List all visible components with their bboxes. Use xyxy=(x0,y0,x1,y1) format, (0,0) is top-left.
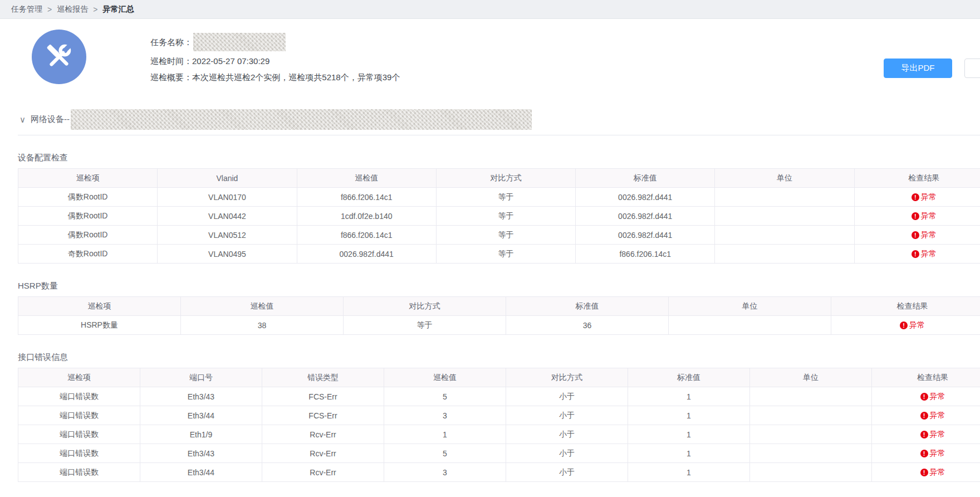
abnormal-label: 异常 xyxy=(921,230,937,240)
table-header-row: 巡检项巡检值对比方式标准值单位检查结果 xyxy=(18,297,980,316)
breadcrumb-item-inspection-report[interactable]: 巡检报告 xyxy=(57,4,88,14)
task-info: 任务名称： 巡检时间： 2022-05-27 07:30:29 巡检概要： 本次… xyxy=(150,19,980,84)
exclamation-icon: ! xyxy=(900,321,908,329)
device-name-redacted-value xyxy=(71,109,532,130)
table-row: 偶数RootIDVLAN04421cdf.0f2e.b140等于0026.982… xyxy=(18,207,980,226)
table-cell: 小于 xyxy=(506,444,628,463)
breadcrumb-item-task-management[interactable]: 任务管理 xyxy=(11,4,42,14)
table-cell: 端口错误数 xyxy=(18,387,140,406)
column-header: 巡检值 xyxy=(384,368,506,387)
table-cell xyxy=(750,387,872,406)
table-cell xyxy=(715,207,854,226)
column-header: Vlanid xyxy=(158,169,297,188)
table-cell: 1 xyxy=(628,444,750,463)
table-cell: f866.f206.14c1 xyxy=(297,188,436,207)
table-cell: 5 xyxy=(384,387,506,406)
column-header: 巡检值 xyxy=(181,297,344,316)
table-cell: f866.f206.14c1 xyxy=(576,245,715,264)
abnormal-label: 异常 xyxy=(921,211,937,221)
chevron-down-icon[interactable]: ∨ xyxy=(19,115,26,125)
abnormal-label: 异常 xyxy=(930,392,945,402)
report-table-section: HSRP数量巡检项巡检值对比方式标准值单位检查结果HSRP数量38等于36!异常 xyxy=(18,281,980,335)
check-result-cell: !异常 xyxy=(872,387,980,406)
export-pdf-button[interactable]: 导出PDF xyxy=(884,59,952,78)
column-header: 单位 xyxy=(750,368,872,387)
table-title: HSRP数量 xyxy=(18,281,980,291)
table-title: 接口错误信息 xyxy=(18,352,980,363)
table-header-row: 巡检项Vlanid巡检值对比方式标准值单位检查结果 xyxy=(18,169,980,188)
column-header: 错误类型 xyxy=(262,368,384,387)
check-result-cell: !异常 xyxy=(872,425,980,444)
table-cell: 38 xyxy=(181,316,344,335)
column-header: 对比方式 xyxy=(436,169,575,188)
table-cell: 奇数RootID xyxy=(18,245,158,264)
table-cell: 等于 xyxy=(344,316,506,335)
column-header: 对比方式 xyxy=(506,368,628,387)
table-cell: 0026.982f.d441 xyxy=(576,207,715,226)
column-header: 对比方式 xyxy=(344,297,506,316)
table-wrapper: 巡检项巡检值对比方式标准值单位检查结果HSRP数量38等于36!异常 xyxy=(18,296,980,335)
status-badge: !异常 xyxy=(912,192,937,202)
column-header: 巡检值 xyxy=(297,169,436,188)
table-cell: Rcv-Err xyxy=(262,425,384,444)
status-badge: !异常 xyxy=(912,211,937,221)
table-cell xyxy=(715,226,854,245)
tables-container: 设备配置检查巡检项Vlanid巡检值对比方式标准值单位检查结果偶数RootIDV… xyxy=(18,153,980,482)
exclamation-icon: ! xyxy=(920,431,928,438)
table-cell xyxy=(715,245,854,264)
exclamation-icon: ! xyxy=(912,193,919,201)
data-table: 巡检项Vlanid巡检值对比方式标准值单位检查结果偶数RootIDVLAN017… xyxy=(18,168,980,264)
table-cell: VLAN0170 xyxy=(158,188,297,207)
exclamation-icon: ! xyxy=(912,250,919,258)
table-cell: FCS-Err xyxy=(262,406,384,425)
table-title: 设备配置检查 xyxy=(18,153,980,163)
abnormal-label: 异常 xyxy=(930,467,945,477)
table-cell: 偶数RootID xyxy=(18,188,158,207)
task-name-label: 任务名称： xyxy=(150,36,192,48)
check-result-cell: !异常 xyxy=(854,226,980,245)
table-cell: Eth3/44 xyxy=(140,406,262,425)
abnormal-label: 异常 xyxy=(921,192,937,202)
breadcrumb-item-exception-summary: 异常汇总 xyxy=(102,4,134,14)
status-badge: !异常 xyxy=(920,449,945,459)
back-button[interactable]: 返回 xyxy=(964,59,980,78)
table-row: 端口错误数Eth1/9Rcv-Err1小于1!异常 xyxy=(18,425,980,444)
table-cell: 偶数RootID xyxy=(18,226,158,245)
check-result-cell: !异常 xyxy=(872,406,980,425)
abnormal-label: 异常 xyxy=(930,430,945,440)
column-header: 标准值 xyxy=(576,169,715,188)
table-cell: 1 xyxy=(628,463,750,482)
table-cell: Eth3/43 xyxy=(140,444,262,463)
table-cell: 小于 xyxy=(506,463,628,482)
abnormal-label: 异常 xyxy=(921,249,937,259)
status-badge: !异常 xyxy=(920,392,945,402)
check-result-cell: !异常 xyxy=(854,207,980,226)
table-row: 端口错误数Eth3/44FCS-Err3小于1!异常 xyxy=(18,406,980,425)
data-table: 巡检项巡检值对比方式标准值单位检查结果HSRP数量38等于36!异常 xyxy=(18,296,980,335)
check-result-cell: !异常 xyxy=(872,444,980,463)
table-cell: Eth3/44 xyxy=(140,463,262,482)
table-cell: 小于 xyxy=(506,387,628,406)
table-cell xyxy=(669,316,831,335)
header-actions: 导出PDF 返回 xyxy=(884,59,980,78)
table-row: 端口错误数Eth3/44Rcv-Err3小于1!异常 xyxy=(18,463,980,482)
table-cell: 小于 xyxy=(506,406,628,425)
status-badge: !异常 xyxy=(920,430,945,440)
check-result-cell: !异常 xyxy=(872,463,980,482)
device-section-header[interactable]: ∨ 网络设备-- xyxy=(18,109,980,135)
table-cell: Eth1/9 xyxy=(140,425,262,444)
breadcrumb: 任务管理 > 巡检报告 > 异常汇总 xyxy=(0,0,980,19)
report-table-section: 设备配置检查巡检项Vlanid巡检值对比方式标准值单位检查结果偶数RootIDV… xyxy=(18,153,980,264)
device-section-title: 网络设备-- xyxy=(31,114,70,125)
data-table: 巡检项端口号错误类型巡检值对比方式标准值单位检查结果端口错误数Eth3/43FC… xyxy=(18,368,980,482)
table-wrapper: 巡检项端口号错误类型巡检值对比方式标准值单位检查结果端口错误数Eth3/43FC… xyxy=(18,368,980,482)
table-row: 端口错误数Eth3/43Rcv-Err5小于1!异常 xyxy=(18,444,980,463)
table-cell: 0026.982f.d441 xyxy=(576,226,715,245)
task-name-redacted-value xyxy=(193,33,286,51)
table-cell: 1cdf.0f2e.b140 xyxy=(297,207,436,226)
column-header: 标准值 xyxy=(506,297,669,316)
status-badge: !异常 xyxy=(920,467,945,477)
exclamation-icon: ! xyxy=(920,412,928,420)
summary-value: 本次巡检共巡检2个实例，巡检项共5218个，异常项39个 xyxy=(192,71,400,84)
task-name-line: 任务名称： xyxy=(150,33,980,51)
